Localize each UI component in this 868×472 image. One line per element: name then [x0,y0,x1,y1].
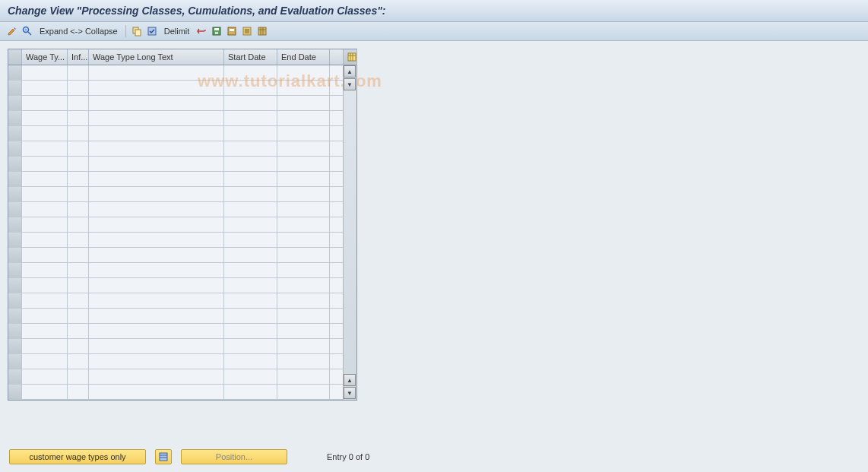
copy-icon[interactable] [131,25,143,37]
table-row[interactable] [8,354,343,369]
table-config-icon[interactable] [347,51,356,63]
table-settings-icon[interactable] [256,25,268,37]
toggle-edit-icon[interactable] [6,25,18,37]
row-selector[interactable] [8,324,22,338]
title-bar: Change View "Processing Classes, Cumulat… [0,0,868,22]
row-selector[interactable] [8,263,22,277]
scroll-up-icon[interactable]: ▲ [344,374,356,386]
row-selector[interactable] [8,141,22,156]
column-end-date[interactable]: End Date [277,49,330,65]
row-selector[interactable] [8,354,22,369]
content-area: www.tutorialkart.com Wage Ty... Inf... W… [0,41,868,467]
table-header: Wage Ty... Inf... Wage Type Long Text St… [8,49,343,65]
svg-rect-10 [230,29,234,31]
row-selector[interactable] [8,187,22,201]
table-row[interactable] [8,324,343,339]
position-icon-button[interactable] [155,449,172,464]
delimit-button[interactable]: Delimit [161,27,193,36]
row-selector[interactable] [8,309,22,323]
table-row[interactable] [8,248,343,263]
table-row[interactable] [8,65,343,81]
row-selector[interactable] [8,217,22,232]
row-selector[interactable] [8,96,22,110]
select-all-column[interactable] [8,49,22,65]
table-row[interactable] [8,202,343,217]
row-selector[interactable] [8,157,22,171]
customer-wage-types-button[interactable]: customer wage types only [9,449,146,464]
scroll-down-icon[interactable]: ▼ [344,387,356,399]
table-row[interactable] [8,263,343,278]
row-selector[interactable] [8,81,22,95]
row-selector[interactable] [8,233,22,247]
column-long-text[interactable]: Wage Type Long Text [89,49,224,65]
row-selector[interactable] [8,293,22,308]
row-selector[interactable] [8,126,22,141]
row-selector[interactable] [8,369,22,384]
table-row[interactable] [8,385,343,400]
footer-bar: customer wage types only Position... Ent… [0,442,868,472]
scroll-down-icon[interactable]: ▼ [344,78,356,90]
table-row[interactable] [8,369,343,385]
svg-rect-19 [348,53,356,61]
column-inf[interactable]: Inf... [68,49,89,65]
row-selector[interactable] [8,385,22,399]
vertical-scrollbar[interactable]: ▲ ▼ ▲ ▼ [343,49,356,400]
button-label: customer wage types only [29,452,125,461]
export-icon[interactable] [241,25,253,37]
row-selector[interactable] [8,65,22,80]
column-wage-type[interactable]: Wage Ty... [22,49,68,65]
svg-line-1 [28,32,31,35]
row-selector[interactable] [8,248,22,262]
row-selector[interactable] [8,172,22,186]
table-row[interactable] [8,309,343,324]
svg-rect-7 [214,28,219,30]
table-row[interactable] [8,141,343,157]
table-row[interactable] [8,293,343,309]
undo-icon[interactable] [195,25,207,37]
table-row[interactable] [8,81,343,96]
data-table: Wage Ty... Inf... Wage Type Long Text St… [8,49,357,401]
svg-point-2 [25,29,27,31]
table-row[interactable] [8,172,343,187]
row-selector[interactable] [8,278,22,293]
table-row[interactable] [8,157,343,172]
table-row[interactable] [8,217,343,233]
table-row[interactable] [8,187,343,202]
row-selector[interactable] [8,111,22,125]
expand-collapse-button[interactable]: Expand <-> Collapse [36,27,121,36]
svg-rect-8 [215,32,218,34]
page-title: Change View "Processing Classes, Cumulat… [8,5,385,17]
save-icon[interactable] [211,25,223,37]
table-row[interactable] [8,111,343,126]
table-row[interactable] [8,278,343,293]
svg-rect-23 [160,453,167,461]
row-selector[interactable] [8,202,22,217]
table-row[interactable] [8,339,343,354]
other-view-icon[interactable] [21,25,33,37]
button-label: Position... [216,452,252,461]
table-row[interactable] [8,233,343,248]
print-icon[interactable] [226,25,238,37]
svg-rect-4 [135,30,141,36]
svg-rect-15 [258,27,266,35]
toolbar: Expand <-> Collapse Delimit [0,22,868,41]
table-body [8,65,343,400]
row-selector[interactable] [8,339,22,353]
entry-count-text: Entry 0 of 0 [327,452,369,461]
scroll-up-icon[interactable]: ▲ [344,65,356,78]
table-row[interactable] [8,126,343,141]
select-all-icon[interactable] [146,25,158,37]
table-row[interactable] [8,96,343,111]
position-button[interactable]: Position... [181,449,287,464]
separator [125,25,126,37]
column-start-date[interactable]: Start Date [224,49,277,65]
